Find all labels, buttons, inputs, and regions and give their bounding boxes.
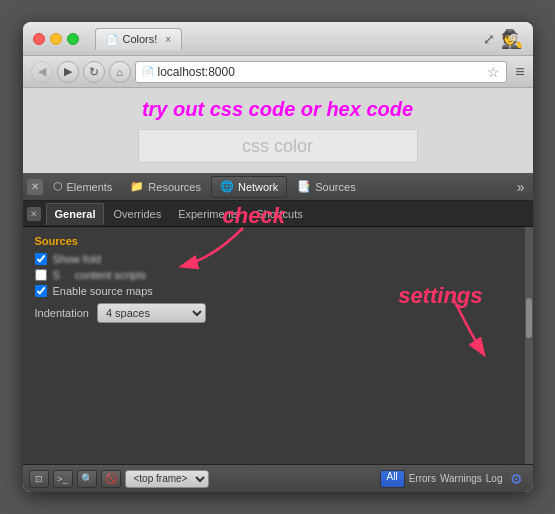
filter-all-button[interactable]: All	[380, 470, 405, 488]
traffic-lights	[33, 33, 79, 45]
url-favicon: 📄	[142, 66, 154, 77]
search-button[interactable]: 🔍	[77, 470, 97, 488]
url-bar[interactable]: 📄 localhost:8000 ☆	[135, 61, 508, 83]
indentation-row: Indentation 2 spaces 4 spaces 8 spaces T…	[35, 303, 521, 323]
checkbox-source-maps-label: Enable source maps	[53, 285, 153, 297]
page-content: try out css code or hex code css color	[23, 88, 533, 173]
settings-tab-overrides[interactable]: Overrides	[105, 203, 169, 225]
settings-tab-shortcuts[interactable]: Shortcuts	[248, 203, 310, 225]
tab-close-icon[interactable]: ×	[165, 34, 171, 45]
scrollbar[interactable]	[525, 227, 533, 464]
forward-button[interactable]: ▶	[57, 61, 79, 83]
checkbox-content-scripts-label: S content scripts	[53, 269, 147, 281]
dock-button[interactable]: ⊡	[29, 470, 49, 488]
checkbox-show-fold: Show fold	[35, 253, 521, 265]
devtools-tabbar: ✕ ⬡ Elements 📁 Resources 🌐 Network 📑 Sou…	[23, 173, 533, 201]
checkbox-source-maps: Enable source maps	[35, 285, 521, 297]
checkbox-content-scripts-input[interactable]	[35, 269, 47, 281]
expand-icon[interactable]: ⤢	[483, 31, 495, 47]
devtools-close-button[interactable]: ✕	[27, 179, 43, 195]
back-button[interactable]: ◀	[31, 61, 53, 83]
settings-tab-experiments[interactable]: Experiments	[170, 203, 247, 225]
color-placeholder: css color	[242, 136, 313, 157]
more-panels-button[interactable]: »	[513, 179, 529, 195]
spy-icon: 🕵️	[501, 28, 523, 50]
filter-warnings-label[interactable]: Warnings	[440, 473, 482, 484]
indentation-label: Indentation	[35, 307, 89, 319]
filter-log-label[interactable]: Log	[486, 473, 503, 484]
indentation-select[interactable]: 2 spaces 4 spaces 8 spaces Tab character	[97, 303, 206, 323]
panel-tab-resources[interactable]: 📁 Resources	[122, 176, 209, 198]
browser-tab[interactable]: 📄 Colors! ×	[95, 28, 183, 50]
network-icon: 🌐	[220, 180, 234, 193]
settings-tabbar: ✕ General Overrides Experiments Shortcut…	[23, 201, 533, 227]
title-bar: 📄 Colors! × ⤢ 🕵️	[23, 22, 533, 56]
bookmark-icon[interactable]: ☆	[487, 64, 500, 80]
close-button[interactable]	[33, 33, 45, 45]
url-text: localhost:8000	[158, 65, 484, 79]
minimize-button[interactable]	[50, 33, 62, 45]
tab-favicon: 📄	[106, 34, 118, 45]
resources-icon: 📁	[130, 180, 144, 193]
home-button[interactable]: ⌂	[109, 61, 131, 83]
section-title: Sources	[35, 235, 521, 247]
filter-errors-label[interactable]: Errors	[409, 473, 436, 484]
elements-icon: ⬡	[53, 180, 63, 193]
tab-title: Colors!	[123, 33, 158, 45]
frame-select[interactable]: <top frame>	[125, 470, 209, 488]
panel-tab-elements[interactable]: ⬡ Elements	[45, 176, 121, 198]
panel-tab-sources[interactable]: 📑 Sources	[289, 176, 363, 198]
settings-tab-general[interactable]: General	[46, 203, 105, 225]
page-heading: try out css code or hex code	[142, 98, 413, 121]
tab-bar: 📄 Colors! ×	[95, 28, 183, 50]
block-button[interactable]: 🚫	[101, 470, 121, 488]
maximize-button[interactable]	[67, 33, 79, 45]
gear-settings-button[interactable]: ⚙	[507, 470, 527, 488]
nav-bar: ◀ ▶ ↻ ⌂ 📄 localhost:8000 ☆ ≡	[23, 56, 533, 88]
color-preview-box: css color	[138, 129, 418, 163]
checkbox-show-fold-input[interactable]	[35, 253, 47, 265]
scrollbar-thumb[interactable]	[526, 298, 532, 338]
settings-close-button[interactable]: ✕	[27, 207, 41, 221]
checkbox-source-maps-input[interactable]	[35, 285, 47, 297]
checkbox-content-scripts: S content scripts	[35, 269, 521, 281]
checkbox-show-fold-label: Show fold	[53, 253, 101, 265]
console-button[interactable]: >_	[53, 470, 73, 488]
panel-tab-network[interactable]: 🌐 Network	[211, 176, 287, 198]
menu-icon[interactable]: ≡	[515, 63, 524, 81]
bottom-bar: ⊡ >_ 🔍 🚫 <top frame> All Errors Warnings…	[23, 464, 533, 492]
settings-content: Sources Show fold S content scripts Enab…	[23, 227, 533, 464]
reload-button[interactable]: ↻	[83, 61, 105, 83]
sources-icon: 📑	[297, 180, 311, 193]
